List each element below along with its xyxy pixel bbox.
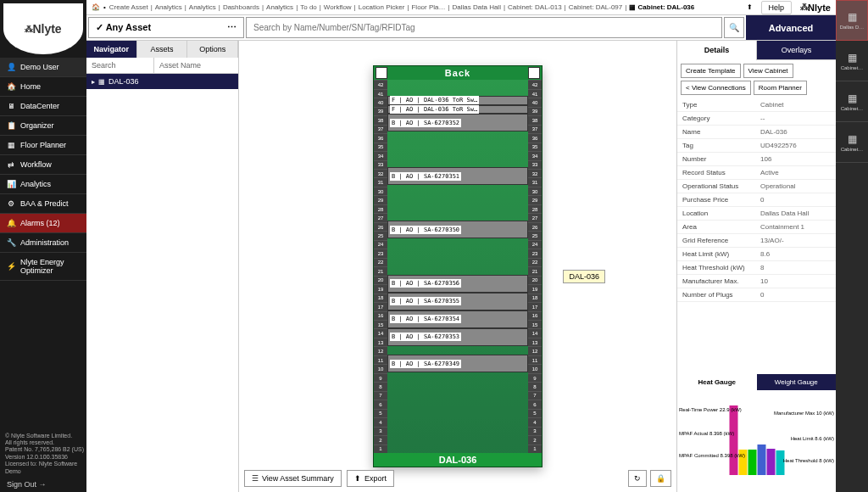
gauge-bar bbox=[729, 405, 737, 475]
breadcrumb: Create Asset|Analytics|Analytics|Dashboa… bbox=[109, 3, 743, 11]
breadcrumb-current: ▦ Cabinet: DAL-036 bbox=[629, 3, 694, 11]
server-item[interactable]: B | AO | SA-6270354 bbox=[387, 310, 528, 328]
gauge-label: MPAF Actual 8.398 (kW) bbox=[679, 431, 734, 437]
left-sidebar: ⁂Nlyte 👤 Demo User 🏠Home🖥DataCenter📋Orga… bbox=[0, 0, 86, 492]
export-icon: ⬆ bbox=[354, 474, 361, 483]
breadcrumb-item[interactable]: Location Picker bbox=[359, 3, 405, 11]
upload-icon[interactable]: ⬆ bbox=[747, 3, 753, 11]
nav-item-datacenter[interactable]: 🖥DataCenter bbox=[0, 97, 86, 116]
view-summary-button[interactable]: ☰View Asset Summary bbox=[244, 470, 342, 487]
nav-item-organizer[interactable]: 📋Organizer bbox=[0, 116, 86, 136]
breadcrumb-item[interactable]: Cabinet: DAL-013 bbox=[508, 3, 562, 11]
create-template-button[interactable]: Create Template bbox=[681, 64, 741, 78]
logo: ⁂Nlyte bbox=[3, 3, 83, 54]
main-area: 🏠 • Create Asset|Analytics|Analytics|Das… bbox=[86, 0, 836, 492]
breadcrumb-item[interactable]: Cabinet: DAL-097 bbox=[569, 3, 623, 11]
rail-item[interactable]: ▦Cabinet… bbox=[836, 122, 868, 163]
server-item[interactable]: B | AO | SA-6270355 bbox=[387, 293, 528, 310]
refresh-button[interactable]: ↻ bbox=[628, 470, 647, 487]
breadcrumb-item[interactable]: Analytics bbox=[266, 3, 293, 11]
user-item[interactable]: 👤 Demo User bbox=[0, 58, 86, 77]
refresh-icon: ↻ bbox=[634, 474, 641, 483]
breadcrumb-item[interactable]: Workflow bbox=[324, 3, 352, 11]
breadcrumb-item[interactable]: Create Asset bbox=[109, 3, 148, 11]
breadcrumb-item[interactable]: Analytics bbox=[189, 3, 216, 11]
breadcrumb-item[interactable]: Analytics bbox=[155, 3, 182, 11]
rail-item[interactable]: ▦Cabinet… bbox=[836, 81, 868, 122]
help-button[interactable]: Help bbox=[761, 1, 793, 14]
nav-item-nlyte-energy-optimizer[interactable]: ⚡Nlyte Energy Optimizer bbox=[0, 253, 86, 281]
expand-icon[interactable]: ▸ bbox=[92, 78, 95, 86]
search-bar: ✓ Any Asset ⋯ 🔍 Advanced bbox=[86, 15, 836, 41]
prop-row: Purchase Price0 bbox=[677, 193, 836, 207]
tab-options[interactable]: Options bbox=[187, 41, 238, 58]
nav-icon: ⚙ bbox=[7, 199, 15, 208]
right-rail: ▦Dallas D…▦Cabinet…▦Cabinet…▦Cabinet… bbox=[836, 0, 868, 492]
canvas[interactable]: Back F F 1234567891011121314151617181920… bbox=[239, 41, 676, 492]
server-item[interactable]: F | AO | DAL-036 ToR Sw… bbox=[387, 96, 528, 105]
breadcrumb-item[interactable]: Floor Pla… bbox=[411, 3, 445, 11]
nav-icon: 🔔 bbox=[7, 219, 15, 227]
cabinet-icon: ▦ bbox=[98, 78, 105, 86]
prop-row: Number of Plugs0 bbox=[677, 288, 836, 302]
search-icon: 🔍 bbox=[729, 23, 739, 32]
rack-corner-left: F bbox=[376, 67, 387, 79]
gauge-bar bbox=[748, 450, 756, 475]
breadcrumb-item[interactable]: Dashboards bbox=[223, 3, 259, 11]
rail-icon: ▦ bbox=[848, 11, 857, 23]
gauge-label: MPAF Committed 8.398 (kW) bbox=[679, 453, 745, 459]
rack[interactable]: Back F F 1234567891011121314151617181920… bbox=[373, 65, 542, 467]
breadcrumb-item[interactable]: Dallas Data Hall bbox=[453, 3, 501, 11]
prop-row: Operational StatusOperational bbox=[677, 180, 836, 193]
search-button[interactable]: 🔍 bbox=[724, 17, 744, 38]
nav-item-floor-planner[interactable]: ▦Floor Planner bbox=[0, 136, 86, 155]
view-cabinet-button[interactable]: View Cabinet bbox=[743, 64, 793, 78]
server-item[interactable]: B | AO | SA-6270349 bbox=[387, 355, 528, 372]
prop-row: Heat Limit (kW)8.6 bbox=[677, 248, 836, 261]
export-button[interactable]: ⬆Export bbox=[347, 470, 394, 487]
gauge-tab[interactable]: Weight Gauge bbox=[757, 374, 837, 390]
nav-icon: 🏠 bbox=[7, 82, 15, 91]
nav-item-alarms-[interactable]: 🔔Alarms (12) bbox=[0, 214, 86, 233]
tab-overlays[interactable]: Overlays bbox=[757, 41, 836, 60]
nav-item-workflow[interactable]: ⇄Workflow bbox=[0, 155, 86, 175]
server-item[interactable]: B | AO | SA-6270352 bbox=[387, 114, 528, 131]
asset-dropdown[interactable]: ✓ Any Asset ⋯ bbox=[88, 17, 244, 38]
rack-top-label: Back F F bbox=[374, 66, 542, 80]
tab-navigator[interactable]: Navigator bbox=[86, 41, 137, 58]
gauge-label: Heat Threshold 8 (kW) bbox=[783, 458, 834, 464]
room-planner-button[interactable]: Room Planner bbox=[754, 81, 807, 95]
breadcrumb-item[interactable]: To do bbox=[300, 3, 317, 11]
server-item[interactable]: B | AO | SA-6270353 bbox=[387, 328, 528, 346]
nav-icon: 🖥 bbox=[7, 102, 15, 110]
prop-row: NameDAL-036 bbox=[677, 126, 836, 139]
assetname-label: Asset Name bbox=[154, 58, 206, 73]
-view-connections-button[interactable]: < View Connections bbox=[681, 81, 751, 95]
nav-item-home[interactable]: 🏠Home bbox=[0, 77, 86, 97]
nav-icon: 📊 bbox=[7, 180, 15, 188]
lock-button[interactable]: 🔒 bbox=[650, 470, 671, 487]
advanced-button[interactable]: Advanced bbox=[746, 15, 836, 40]
server-item[interactable]: B | AO | SA-6270350 bbox=[387, 221, 528, 238]
tab-assets[interactable]: Assets bbox=[137, 41, 188, 58]
nav-item-administration[interactable]: 🔧Administration bbox=[0, 233, 86, 253]
footer: © Nlyte Software Limited. All rights res… bbox=[5, 433, 86, 475]
gauge-tab[interactable]: Heat Gauge bbox=[677, 374, 757, 390]
home-icon[interactable]: 🏠 bbox=[92, 3, 100, 11]
prop-row: LocationDallas Data Hall bbox=[677, 207, 836, 221]
server-item[interactable]: B | AO | SA-6270356 bbox=[387, 275, 528, 293]
server-item[interactable]: B | AO | SA-6270351 bbox=[387, 167, 528, 185]
rail-item[interactable]: ▦Cabinet… bbox=[836, 41, 868, 81]
tree-item[interactable]: ▸ ▦ DAL-036 bbox=[86, 74, 238, 89]
tab-details[interactable]: Details bbox=[677, 41, 757, 60]
nav-icon: ▦ bbox=[7, 141, 15, 149]
search-label: Search bbox=[86, 58, 154, 73]
search-input[interactable] bbox=[246, 17, 722, 38]
sign-out[interactable]: Sign Out → bbox=[7, 480, 47, 489]
nav-item-analytics[interactable]: 📊Analytics bbox=[0, 175, 86, 194]
rack-bottom-label: DAL-036 bbox=[374, 453, 542, 467]
nav-item-baa-predict[interactable]: ⚙BAA & Predict bbox=[0, 194, 86, 214]
rail-item[interactable]: ▦Dallas D… bbox=[836, 0, 868, 41]
server-item[interactable]: F | AO | DAL-036 ToR Sw… bbox=[387, 105, 528, 115]
prop-row: TagUD4922576 bbox=[677, 139, 836, 153]
